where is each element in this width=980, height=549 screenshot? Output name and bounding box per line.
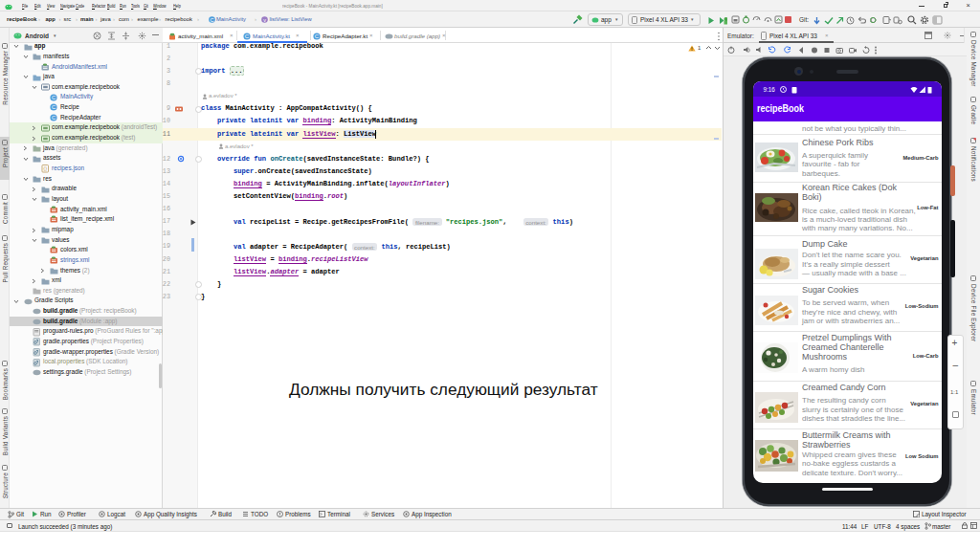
svg-text:C: C xyxy=(52,95,56,100)
svg-text:C: C xyxy=(211,16,214,22)
svg-text:C: C xyxy=(52,104,56,110)
svg-text:v: v xyxy=(263,16,266,22)
svg-text:C: C xyxy=(245,33,250,39)
svg-text:C: C xyxy=(315,33,320,39)
svg-text:C: C xyxy=(52,115,56,121)
svg-text:{}: {} xyxy=(43,165,47,171)
